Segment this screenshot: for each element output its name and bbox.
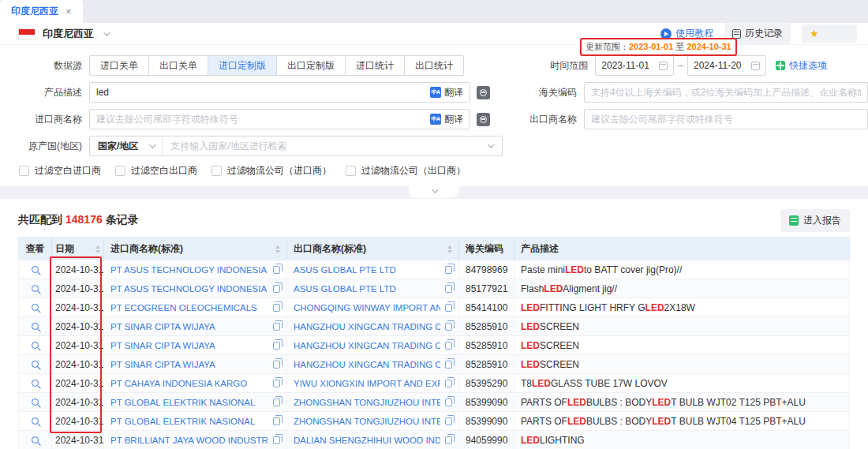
enter-report-button[interactable]: 进入报告 — [780, 209, 850, 232]
copy-icon[interactable] — [445, 285, 452, 293]
datasource-tab[interactable]: 进口关单 — [89, 55, 149, 76]
date-from-input[interactable] — [601, 60, 654, 71]
quick-options-button[interactable]: 快捷选项 — [776, 59, 827, 73]
datasource-tab[interactable]: 出口定制版 — [276, 55, 346, 76]
exporter-input[interactable] — [591, 114, 861, 125]
exporter-link[interactable]: DALIAN SHENGZHIHUI WOOD INDUST... — [294, 436, 440, 445]
importer-link[interactable]: PT GLOBAL ELEKTRIK NASIONAL — [110, 398, 268, 407]
copy-icon[interactable] — [445, 304, 452, 312]
exact-match-toggle[interactable] — [477, 86, 490, 99]
importer-link[interactable]: PT CAHAYA INDONESIA KARGO — [110, 379, 268, 388]
date-from-field[interactable] — [595, 55, 674, 76]
table-row[interactable]: 2024-10-31 PT GLOBAL ELEKTRIK NASIONAL Z… — [18, 393, 850, 412]
view-record-icon[interactable] — [32, 266, 39, 273]
date-to-input[interactable] — [694, 60, 746, 71]
copy-icon[interactable] — [273, 361, 280, 369]
table-row[interactable]: 2024-10-31 PT SINAR CIPTA WIJAYA HANGZHO… — [18, 317, 850, 336]
importer-input[interactable] — [96, 114, 424, 125]
translate-button[interactable]: 中A 翻译 — [424, 86, 463, 99]
importer-field[interactable]: 中A 翻译 — [89, 109, 470, 129]
exporter-link[interactable]: HANGZHOU XINGCAN TRADING CO LTD — [294, 322, 440, 331]
chevron-down-icon[interactable] — [103, 29, 110, 36]
view-record-icon[interactable] — [32, 380, 39, 387]
table-row[interactable]: 2024-10-31 PT BRILLIANT JAYA WOOD INDUST… — [18, 431, 850, 449]
copy-icon[interactable] — [273, 380, 280, 387]
table-row[interactable]: 2024-10-31 PT ASUS TECHNOLOGY INDONESIA … — [18, 260, 850, 279]
exporter-link[interactable]: YIWU XIONGXIN IMPORT AND EXPORT... — [294, 379, 440, 388]
view-record-icon[interactable] — [32, 323, 39, 330]
exporter-field[interactable] — [584, 109, 868, 129]
copy-icon[interactable] — [445, 380, 452, 387]
sort-icon[interactable] — [275, 245, 280, 253]
table-row[interactable]: 2024-10-31 PT ECOGREEN OLEOCHEMICALS CHO… — [18, 298, 850, 317]
copy-icon[interactable] — [273, 342, 280, 350]
product-desc-field[interactable]: 中A 翻译 — [89, 82, 470, 103]
copy-icon[interactable] — [445, 361, 452, 369]
filter-checkbox[interactable]: 过滤物流公司（出口商） — [346, 164, 466, 178]
favorite-button[interactable]: ★ — [802, 24, 857, 43]
filter-checkbox[interactable]: 过滤物流公司（进口商） — [211, 164, 331, 178]
view-record-icon[interactable] — [32, 304, 39, 311]
exporter-link[interactable]: ZHONGSHAN TONGJIUZHOU INTERNA... — [294, 417, 440, 426]
datasource-tab[interactable]: 出口统计 — [404, 55, 464, 76]
importer-link[interactable]: PT SINAR CIPTA WIJAYA — [110, 322, 268, 331]
filter-checkbox[interactable]: 过滤空白出口商 — [115, 164, 197, 178]
collapse-filter-button[interactable] — [409, 186, 459, 198]
importer-link[interactable]: PT ASUS TECHNOLOGY INDONESIA BA... — [110, 284, 268, 294]
view-record-icon[interactable] — [32, 436, 39, 443]
col-header-importer[interactable]: 进口商名称(标准) — [104, 238, 287, 260]
copy-icon[interactable] — [445, 323, 452, 331]
importer-link[interactable]: PT BRILLIANT JAYA WOOD INDUSTRY — [110, 436, 268, 445]
exporter-link[interactable]: CHONGQING WINWAY IMPORT AND E... — [294, 303, 440, 312]
view-record-icon[interactable] — [32, 285, 39, 292]
datasource-tab[interactable]: 出口关单 — [148, 55, 208, 76]
copy-icon[interactable] — [273, 304, 280, 312]
copy-icon[interactable] — [445, 342, 452, 350]
table-row[interactable]: 2024-10-31 PT GLOBAL ELEKTRIK NASIONAL Z… — [18, 412, 850, 431]
date-to-field[interactable] — [687, 55, 766, 76]
sort-icon[interactable] — [447, 245, 452, 253]
table-row[interactable]: 2024-10-31 PT ASUS TECHNOLOGY INDONESIA … — [18, 279, 850, 298]
close-icon[interactable]: × — [65, 6, 72, 17]
datasource-tab[interactable]: 进口统计 — [345, 55, 405, 76]
exporter-link[interactable]: ZHONGSHAN TONGJIUZHOU INTERNA... — [294, 398, 440, 407]
exporter-link[interactable]: ASUS GLOBAL PTE LTD — [294, 265, 440, 275]
view-record-icon[interactable] — [32, 398, 39, 406]
copy-icon[interactable] — [273, 417, 280, 425]
col-header-date[interactable]: 日期 — [52, 238, 104, 260]
sort-icon[interactable] — [95, 245, 100, 253]
product-desc-input[interactable] — [96, 87, 424, 98]
copy-icon[interactable] — [445, 266, 452, 274]
checkbox-box[interactable] — [211, 166, 222, 176]
importer-link[interactable]: PT SINAR CIPTA WIJAYA — [110, 360, 268, 369]
origin-select[interactable]: 国家/地区 — [90, 137, 163, 155]
exporter-link[interactable]: ASUS GLOBAL PTE LTD — [294, 284, 440, 294]
translate-button[interactable]: 中A 翻译 — [424, 113, 463, 126]
table-row[interactable]: 2024-10-31 PT CAHAYA INDONESIA KARGO YIW… — [18, 374, 850, 393]
importer-link[interactable]: PT GLOBAL ELEKTRIK NASIONAL — [110, 417, 268, 426]
copy-icon[interactable] — [273, 285, 280, 293]
exporter-link[interactable]: HANGZHOU XINGCAN TRADING CO LTD — [294, 341, 440, 350]
col-header-exporter[interactable]: 出口商名称(标准) — [287, 238, 459, 260]
view-record-icon[interactable] — [32, 417, 39, 425]
table-row[interactable]: 2024-10-31 PT SINAR CIPTA WIJAYA HANGZHO… — [18, 355, 850, 374]
exact-match-toggle[interactable] — [477, 113, 490, 126]
copy-icon[interactable] — [445, 417, 452, 425]
checkbox-box[interactable] — [19, 166, 29, 176]
tab-indonesia[interactable]: 印度尼西亚 × — [0, 0, 83, 23]
copy-icon[interactable] — [273, 436, 280, 444]
view-record-icon[interactable] — [32, 342, 39, 349]
origin-field[interactable]: 国家/地区 支持输入国家/地区进行检索 — [89, 136, 503, 156]
copy-icon[interactable] — [445, 398, 452, 406]
copy-icon[interactable] — [445, 436, 452, 444]
copy-icon[interactable] — [273, 323, 280, 331]
hs-code-field[interactable] — [584, 82, 868, 103]
table-row[interactable]: 2024-10-31 PT SINAR CIPTA WIJAYA HANGZHO… — [18, 336, 850, 355]
checkbox-box[interactable] — [115, 166, 125, 176]
datasource-tab[interactable]: 进口定制版 — [208, 55, 277, 76]
view-record-icon[interactable] — [32, 361, 39, 368]
filter-checkbox[interactable]: 过滤空白进口商 — [19, 164, 101, 178]
importer-link[interactable]: PT SINAR CIPTA WIJAYA — [110, 341, 268, 350]
copy-icon[interactable] — [273, 266, 280, 274]
importer-link[interactable]: PT ASUS TECHNOLOGY INDONESIA BA... — [110, 265, 268, 275]
